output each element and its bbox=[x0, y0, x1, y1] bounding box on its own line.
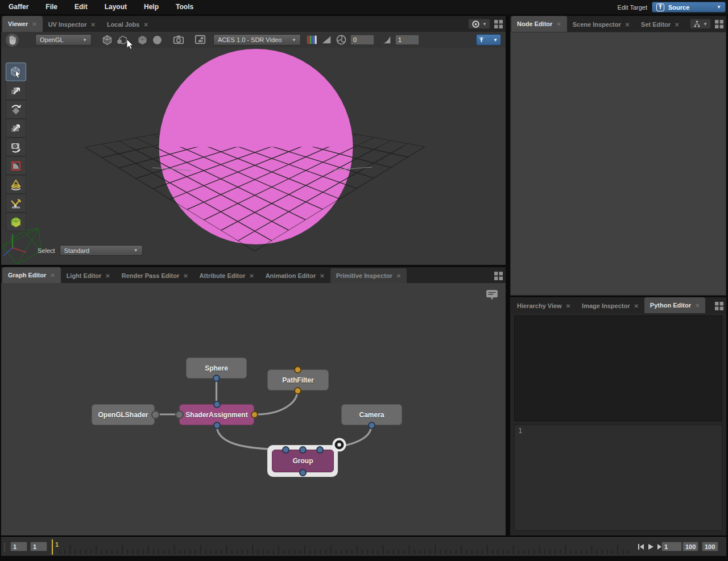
timeline-bar: 1 1 1 1 100 100 bbox=[1, 537, 726, 556]
tab-render-pass-editor[interactable]: Render Pass Editor ✕ bbox=[116, 268, 194, 283]
node-openglshader[interactable]: OpenGLShader bbox=[92, 404, 155, 425]
edit-target-dropdown[interactable]: Ŧ Source ▼ bbox=[652, 2, 726, 13]
close-icon[interactable]: ✕ bbox=[396, 273, 401, 279]
close-icon[interactable]: ✕ bbox=[183, 273, 188, 279]
menu-file[interactable]: File bbox=[37, 0, 66, 14]
exposure-button[interactable] bbox=[334, 33, 349, 47]
tab-scene-inspector[interactable]: Scene Inspector ✕ bbox=[567, 17, 635, 32]
viewport-3d[interactable]: Select Standard ▼ bbox=[1, 48, 506, 265]
frame-end-field[interactable]: 100 bbox=[702, 542, 718, 551]
renderer-dropdown[interactable]: OpenGL ▼ bbox=[35, 34, 92, 45]
crop-window-tool-button[interactable] bbox=[6, 156, 26, 175]
gamma-button[interactable] bbox=[379, 33, 394, 47]
close-icon[interactable]: ✕ bbox=[143, 22, 148, 28]
plug-shaderassignment-filter[interactable] bbox=[251, 411, 258, 418]
pause-hand-button[interactable] bbox=[5, 33, 19, 47]
plug-shaderassignment-in[interactable] bbox=[213, 401, 221, 408]
tab-animation-editor[interactable]: Animation Editor ✕ bbox=[260, 268, 330, 283]
camera-menu-dropdown[interactable]: Ŧ ▼ bbox=[476, 34, 501, 45]
close-icon[interactable]: ✕ bbox=[695, 302, 700, 309]
close-icon[interactable]: ✕ bbox=[249, 273, 254, 279]
tab-light-editor[interactable]: Light Editor ✕ bbox=[61, 268, 116, 283]
select-mode-dropdown[interactable]: Standard ▼ bbox=[60, 245, 143, 256]
close-icon[interactable]: ✕ bbox=[32, 21, 36, 27]
close-icon[interactable]: ✕ bbox=[91, 22, 96, 28]
layout-grid-icon[interactable] bbox=[494, 20, 503, 28]
python-input-area[interactable]: 1 bbox=[514, 425, 722, 531]
menu-gaffer[interactable]: Gaffer bbox=[0, 0, 37, 14]
node-tree-dropdown[interactable]: ▼ bbox=[690, 19, 711, 29]
plug-shaderassignment-shader[interactable] bbox=[175, 410, 184, 419]
channels-button[interactable] bbox=[304, 33, 319, 47]
plug-camera-out[interactable] bbox=[368, 422, 375, 429]
light-tool-button[interactable] bbox=[6, 175, 26, 194]
snapshot-target-button[interactable]: ▼ bbox=[468, 19, 490, 29]
playback-start-field[interactable]: 1 bbox=[661, 542, 682, 551]
focus-ring-icon[interactable] bbox=[332, 437, 347, 452]
display-transform-dropdown[interactable]: ACES 1.0 - SDR Video ▼ bbox=[213, 34, 301, 45]
gamma-field[interactable] bbox=[395, 35, 419, 45]
tab-viewer[interactable]: Viewer ✕ bbox=[2, 16, 43, 32]
close-icon[interactable]: ✕ bbox=[634, 303, 638, 309]
menu-tools[interactable]: Tools bbox=[167, 0, 202, 14]
close-icon[interactable]: ✕ bbox=[320, 273, 324, 279]
timeline-grip[interactable] bbox=[4, 543, 6, 551]
rotate-tool-button[interactable] bbox=[6, 100, 26, 119]
tab-attribute-editor[interactable]: Attribute Editor ✕ bbox=[194, 268, 260, 283]
scale-tool-button[interactable] bbox=[6, 119, 26, 138]
menu-layout[interactable]: Layout bbox=[96, 0, 135, 14]
skip-to-start-icon[interactable] bbox=[637, 543, 645, 551]
plug-openglshader-out[interactable] bbox=[151, 410, 160, 419]
plug-group-out[interactable] bbox=[299, 469, 307, 476]
sphere-object[interactable] bbox=[159, 49, 353, 244]
tab-hierarchy-view[interactable]: Hierarchy View ✕ bbox=[511, 298, 576, 313]
plug-sphere-out[interactable] bbox=[213, 375, 220, 382]
plug-group-in2[interactable] bbox=[316, 446, 324, 454]
layout-grid-icon[interactable] bbox=[715, 302, 723, 310]
menu-help[interactable]: Help bbox=[135, 0, 167, 14]
frame-current-field[interactable]: 1 bbox=[30, 542, 47, 551]
sphere-shading-button[interactable] bbox=[150, 33, 164, 47]
tab-python-editor[interactable]: Python Editor ✕ bbox=[644, 297, 706, 313]
plug-group-in0[interactable] bbox=[282, 446, 289, 454]
close-icon[interactable]: ✕ bbox=[675, 22, 679, 28]
translate-tool-button[interactable] bbox=[6, 81, 26, 100]
clipping-button[interactable] bbox=[319, 33, 334, 47]
edit-scope-tool-button[interactable] bbox=[6, 213, 26, 231]
close-icon[interactable]: ✕ bbox=[50, 272, 55, 279]
layout-grid-icon[interactable] bbox=[715, 20, 723, 28]
tab-primitive-inspector[interactable]: Primitive Inspector ✕ bbox=[330, 268, 407, 283]
tab-image-inspector[interactable]: Image Inspector ✕ bbox=[576, 298, 644, 313]
tab-node-editor[interactable]: Node Editor ✕ bbox=[511, 16, 567, 32]
current-frame-marker[interactable] bbox=[52, 539, 53, 555]
shaded-wireframe-button[interactable] bbox=[114, 33, 129, 47]
plug-shaderassignment-out[interactable] bbox=[213, 422, 221, 429]
light-position-tool-button[interactable] bbox=[6, 194, 26, 213]
timeline-ruler[interactable] bbox=[59, 538, 635, 556]
layout-grid-icon[interactable] bbox=[494, 272, 503, 280]
exposure-field[interactable] bbox=[350, 35, 374, 45]
plug-group-in1[interactable] bbox=[299, 446, 307, 454]
frame-start-field[interactable]: 1 bbox=[10, 542, 27, 551]
solid-shading-button[interactable] bbox=[135, 33, 150, 47]
plug-pathfilter-out[interactable] bbox=[294, 387, 301, 394]
play-icon[interactable] bbox=[647, 543, 655, 551]
close-icon[interactable]: ✕ bbox=[556, 21, 561, 27]
close-icon[interactable]: ✕ bbox=[625, 22, 630, 28]
close-icon[interactable]: ✕ bbox=[566, 303, 570, 309]
tab-set-editor[interactable]: Set Editor ✕ bbox=[635, 17, 685, 32]
camera-settings-button[interactable] bbox=[171, 33, 186, 47]
tab-graph-editor[interactable]: Graph Editor ✕ bbox=[2, 267, 61, 283]
plug-pathfilter-in[interactable] bbox=[294, 366, 301, 373]
wireframe-shading-button[interactable] bbox=[100, 33, 114, 47]
close-icon[interactable]: ✕ bbox=[105, 273, 110, 279]
playback-end-field[interactable]: 100 bbox=[682, 542, 698, 551]
menu-edit[interactable]: Edit bbox=[66, 0, 96, 14]
python-output-area[interactable] bbox=[514, 315, 722, 421]
image-display-button[interactable] bbox=[193, 33, 208, 47]
camera-tool-button[interactable] bbox=[6, 138, 26, 156]
tab-local-jobs[interactable]: Local Jobs ✕ bbox=[101, 17, 154, 32]
select-tool-button[interactable] bbox=[6, 63, 26, 81]
node-graph[interactable]: Sphere PathFilter OpenGLShader ShaderAss… bbox=[1, 283, 506, 535]
tab-uv-inspector[interactable]: UV Inspector ✕ bbox=[43, 17, 101, 32]
